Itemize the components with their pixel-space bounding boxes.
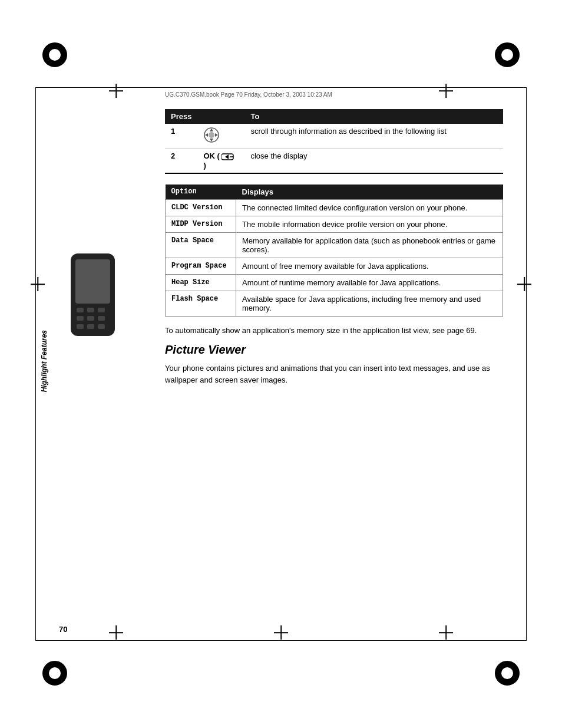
left-mid-crosshair — [31, 277, 45, 291]
svg-marker-17 — [215, 133, 218, 137]
body-text: To automatically show an application's m… — [165, 325, 503, 337]
bottom-right-corner-marker — [495, 661, 520, 686]
svg-rect-6 — [87, 316, 94, 321]
right-mid-crosshair — [517, 277, 531, 291]
header-file-info: UG.C370.GSM.book Page 70 Friday, October… — [165, 91, 332, 98]
top-left-crosshair — [109, 84, 123, 98]
option-row-cldc: CLDC Version The connected limited devic… — [166, 199, 503, 216]
midp-displays: The mobile information device profile ve… — [236, 216, 503, 232]
page-border-right — [526, 87, 527, 641]
bottom-left-corner-marker — [42, 661, 67, 686]
row2-num: 2 — [165, 149, 197, 173]
svg-marker-20 — [225, 154, 229, 159]
svg-rect-5 — [77, 316, 84, 321]
option-col-header: Option — [166, 185, 236, 200]
section-body: Your phone contains pictures and animati… — [165, 363, 503, 386]
press-row-1: 1 scroll through information as describe… — [165, 124, 503, 149]
flash-space-displays: Available space for Java applications, i… — [236, 291, 503, 316]
svg-rect-4 — [98, 308, 105, 312]
row2-icon: OK ( ) — [197, 149, 244, 173]
top-right-crosshair — [439, 84, 453, 98]
program-space-displays: Amount of free memory available for Java… — [236, 258, 503, 274]
flash-space-option: Flash Space — [166, 291, 236, 316]
svg-marker-16 — [205, 133, 208, 137]
sidebar-label: Highlight Features — [40, 330, 48, 392]
svg-rect-2 — [77, 308, 84, 312]
option-displays-table: Option Displays CLDC Version The connect… — [165, 185, 503, 317]
cldc-option: CLDC Version — [166, 199, 236, 216]
svg-marker-15 — [210, 139, 213, 141]
row2-action: close the display — [244, 149, 503, 173]
svg-marker-14 — [210, 129, 213, 131]
press-to-table: Press To 1 scr — [165, 109, 503, 174]
icon-col-header — [197, 109, 244, 124]
svg-rect-3 — [87, 308, 94, 312]
row1-icon — [197, 124, 244, 149]
top-right-corner-marker — [495, 42, 520, 67]
to-col-header: To — [244, 109, 503, 124]
option-row-program-space: Program Space Amount of free memory avai… — [166, 258, 503, 274]
bottom-left-crosshair — [109, 625, 123, 640]
option-row-data-space: Data Space Memory available for applicat… — [166, 232, 503, 258]
heap-size-option: Heap Size — [166, 274, 236, 291]
cldc-displays: The connected limited device configurati… — [236, 199, 503, 216]
bottom-right-crosshair — [439, 625, 453, 640]
option-row-midp: MIDP Version The mobile information devi… — [166, 216, 503, 232]
svg-rect-8 — [77, 324, 84, 329]
svg-point-13 — [209, 132, 214, 138]
bottom-center-crosshair — [274, 625, 288, 640]
option-row-flash-space: Flash Space Available space for Java app… — [166, 291, 503, 316]
svg-rect-7 — [98, 316, 105, 321]
svg-rect-10 — [98, 324, 105, 329]
top-left-corner-marker — [42, 42, 67, 67]
press-row-2: 2 OK ( ) close the display — [165, 149, 503, 173]
row1-action: scroll through information as described … — [244, 124, 503, 149]
svg-marker-11 — [115, 283, 133, 295]
page-border-bottom — [35, 640, 527, 641]
page-border-left — [35, 87, 36, 641]
data-space-option: Data Space — [166, 232, 236, 258]
option-row-heap-size: Heap Size Amount of runtime memory avail… — [166, 274, 503, 291]
press-col-header: Press — [165, 109, 197, 124]
svg-rect-1 — [75, 259, 110, 304]
page-number: 70 — [59, 625, 67, 634]
data-space-displays: Memory available for application data (s… — [236, 232, 503, 258]
midp-option: MIDP Version — [166, 216, 236, 232]
phone-image — [59, 248, 135, 354]
svg-rect-9 — [87, 324, 94, 329]
section-title: Picture Viewer — [165, 343, 503, 357]
program-space-option: Program Space — [166, 258, 236, 274]
content-area: Press To 1 scr — [165, 109, 503, 610]
row1-num: 1 — [165, 124, 197, 149]
displays-col-header: Displays — [236, 185, 503, 200]
heap-size-displays: Amount of runtime memory available for J… — [236, 274, 503, 291]
